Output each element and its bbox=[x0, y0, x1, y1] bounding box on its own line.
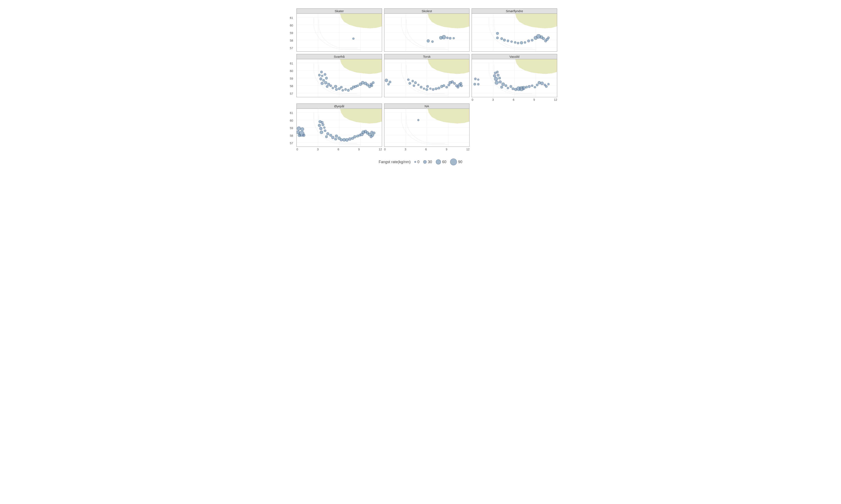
x-tick: 9 bbox=[446, 148, 447, 151]
legend-bubble-icon bbox=[414, 161, 416, 163]
y-tick: 57 bbox=[290, 142, 293, 145]
y-tick: 58 bbox=[290, 85, 293, 88]
y-tick: 61 bbox=[290, 16, 293, 20]
data-point bbox=[407, 78, 410, 81]
legend-item: 0 bbox=[414, 160, 419, 164]
data-point bbox=[499, 80, 502, 83]
legend-bubble-icon bbox=[423, 160, 427, 164]
data-point bbox=[326, 132, 329, 135]
legend-title: Fangst rate(kg/nm) bbox=[379, 160, 411, 164]
y-tick: 60 bbox=[290, 119, 293, 122]
legend-item: 90 bbox=[450, 159, 462, 165]
data-point bbox=[322, 123, 324, 126]
x-tick: 0 bbox=[471, 98, 473, 102]
x-tick: 0 bbox=[296, 148, 298, 151]
y-tick: 59 bbox=[290, 31, 293, 35]
data-point bbox=[528, 85, 531, 88]
data-point bbox=[477, 78, 479, 81]
y-tick: 61 bbox=[290, 62, 293, 65]
plot-area bbox=[297, 109, 382, 147]
x-tick: 0 bbox=[384, 148, 386, 151]
data-point bbox=[297, 126, 301, 130]
x-tick: 3 bbox=[317, 148, 319, 151]
facet-Vassild: Vassild036912 bbox=[471, 54, 557, 102]
data-point bbox=[540, 82, 544, 85]
data-point bbox=[474, 83, 476, 86]
legend-label: 90 bbox=[458, 160, 462, 164]
facet-title: Vassild bbox=[472, 54, 557, 59]
facet-Svarthå: Svarthå bbox=[296, 54, 382, 102]
legend-label: 30 bbox=[428, 160, 432, 164]
data-point bbox=[348, 138, 351, 141]
data-point bbox=[536, 84, 538, 86]
data-point bbox=[344, 88, 347, 91]
data-point bbox=[323, 127, 325, 129]
facet-title: Svarthå bbox=[297, 54, 382, 59]
data-point bbox=[477, 83, 479, 85]
data-point bbox=[442, 35, 446, 39]
data-point bbox=[527, 39, 530, 42]
data-point bbox=[342, 89, 344, 91]
y-tick: 57 bbox=[290, 92, 293, 95]
data-point bbox=[326, 85, 328, 88]
facet-Skolest: Skolest bbox=[384, 8, 470, 52]
x-tick: 9 bbox=[533, 98, 535, 102]
data-point bbox=[385, 79, 388, 82]
x-tick: 6 bbox=[425, 148, 427, 151]
data-point bbox=[443, 85, 445, 87]
y-tick: 58 bbox=[290, 39, 293, 42]
legend-label: 0 bbox=[417, 160, 419, 164]
data-point bbox=[494, 77, 498, 81]
data-point bbox=[547, 37, 550, 39]
x-axis: 036912 bbox=[384, 147, 470, 151]
facet-NA: NA036912 bbox=[384, 104, 470, 151]
data-point bbox=[387, 83, 390, 85]
x-axis: 036912 bbox=[296, 147, 382, 151]
facet-Skater: Skater bbox=[296, 8, 382, 52]
data-point bbox=[318, 124, 321, 127]
data-point bbox=[474, 78, 477, 80]
y-tick: 59 bbox=[290, 126, 293, 130]
data-point bbox=[322, 79, 325, 82]
x-tick: 3 bbox=[405, 148, 406, 151]
data-point bbox=[320, 71, 323, 73]
data-point bbox=[534, 86, 536, 88]
facet-Smørflyndre: Smørflyndre bbox=[471, 8, 557, 52]
plot-area bbox=[384, 109, 469, 147]
plot-area bbox=[297, 14, 382, 51]
legend-item: 30 bbox=[423, 160, 432, 164]
data-point bbox=[525, 86, 528, 88]
data-point bbox=[321, 75, 323, 77]
data-point bbox=[460, 85, 463, 87]
data-point bbox=[501, 83, 505, 86]
x-tick: 3 bbox=[492, 98, 494, 102]
data-point bbox=[325, 136, 328, 138]
data-point bbox=[496, 32, 499, 35]
size-legend: Fangst rate(kg/nm) 0306090 bbox=[284, 159, 557, 165]
plot-area bbox=[472, 14, 557, 51]
legend-bubble-icon bbox=[436, 159, 441, 164]
data-point bbox=[500, 86, 503, 89]
y-tick: 58 bbox=[290, 134, 293, 137]
data-point bbox=[496, 71, 499, 73]
y-tick: 59 bbox=[290, 77, 293, 80]
data-point bbox=[319, 127, 322, 130]
data-point bbox=[320, 131, 323, 134]
data-point bbox=[389, 80, 391, 83]
data-point bbox=[514, 41, 516, 43]
x-tick: 6 bbox=[513, 98, 514, 102]
plot-area bbox=[384, 59, 469, 97]
data-point bbox=[321, 82, 324, 85]
data-point bbox=[449, 37, 451, 39]
facet-title: Skater bbox=[297, 8, 382, 14]
data-point bbox=[409, 82, 411, 85]
x-tick: 12 bbox=[466, 148, 470, 151]
y-tick: 60 bbox=[290, 24, 293, 27]
data-point bbox=[512, 87, 514, 90]
data-point bbox=[427, 39, 430, 42]
data-point bbox=[372, 81, 375, 84]
x-tick: 6 bbox=[338, 148, 339, 151]
facet-Øyepål: Øyepål036912 bbox=[296, 104, 382, 151]
data-point bbox=[420, 86, 423, 88]
data-point bbox=[498, 77, 501, 79]
